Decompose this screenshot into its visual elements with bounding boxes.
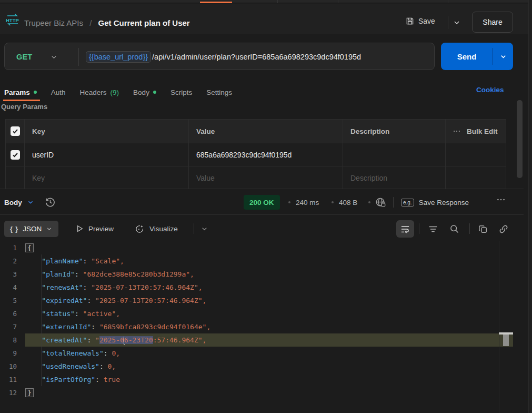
method-label: GET	[16, 53, 32, 61]
query-params-table: Key Value Description Bulk Edit userID 6…	[5, 119, 506, 190]
format-label: JSON	[23, 225, 42, 233]
save-button[interactable]: Save	[405, 16, 435, 26]
tab-body[interactable]: Body	[133, 88, 156, 96]
code-line-content: "renewsAt": "2025-07-13T20:57:46.964Z",	[25, 281, 513, 294]
view-options-chevron[interactable]	[200, 216, 208, 241]
tab-body-label: Body	[133, 88, 149, 96]
param-actions-cell	[446, 143, 506, 166]
method-chevron-icon	[50, 53, 58, 61]
tab-settings[interactable]: Settings	[206, 88, 232, 96]
params-scrollbar-thumb[interactable]	[517, 100, 523, 178]
line-number: 1	[0, 241, 25, 254]
send-button-group: Send	[441, 43, 513, 70]
app-window: HTTP Trupeer Biz APIs / Get Current plan…	[0, 0, 532, 413]
code-line: 6 "status": "active",	[0, 307, 513, 320]
meta-separator-dot	[368, 201, 370, 203]
search-button[interactable]	[445, 220, 463, 238]
code-line-content: "planName": "Scale",	[25, 254, 513, 268]
tab-params[interactable]: Params	[4, 88, 37, 96]
search-icon	[449, 223, 460, 234]
breadcrumb: Trupeer Biz APIs / Get Current plan of U…	[24, 18, 190, 27]
wrap-text-icon	[400, 224, 410, 234]
wrap-text-button[interactable]	[396, 220, 414, 238]
copy-icon	[478, 224, 488, 234]
response-view-chevron-icon	[27, 199, 34, 206]
save-response-button[interactable]: e.g. Save Response	[401, 189, 469, 215]
request-header: HTTP Trupeer Biz APIs / Get Current plan…	[0, 4, 532, 34]
param-value-cell[interactable]: 685a6a698293c9dc94f0195d	[189, 143, 343, 166]
bulk-edit-button[interactable]: Bulk Edit	[446, 120, 506, 143]
tab-scripts[interactable]: Scripts	[170, 88, 192, 96]
response-more-options-icon[interactable]	[497, 198, 505, 201]
line-number: 5	[0, 294, 25, 307]
code-line: 9 "totalRenewals": 0,	[0, 347, 513, 360]
method-selector[interactable]: GET	[12, 43, 58, 71]
response-history-icon[interactable]	[44, 196, 56, 208]
url-variable[interactable]: {{base_url_prod}}	[86, 51, 151, 63]
url-divider	[78, 48, 79, 66]
code-line: 10 "usedRenewals": 0,	[0, 360, 513, 373]
code-line-content: "status": "active",	[25, 307, 513, 320]
link-button[interactable]	[495, 220, 513, 238]
code-line-content: "planId": "682dce388e85c280b3d1299a",	[25, 268, 513, 281]
headers-count: (9)	[111, 88, 119, 96]
tab-headers-label: Headers	[80, 88, 107, 96]
save-label: Save	[418, 17, 435, 25]
code-line: 1{	[0, 241, 513, 254]
code-line: 3 "planId": "682dce388e85c280b3d1299a",	[0, 268, 513, 281]
copy-button[interactable]	[474, 220, 492, 238]
link-icon	[498, 224, 509, 234]
line-number: 11	[0, 373, 25, 386]
save-options-chevron[interactable]	[453, 18, 461, 27]
code-lines[interactable]: 1{2 "planName": "Scale",3 "planId": "682…	[0, 241, 513, 399]
more-columns-icon[interactable]	[453, 130, 460, 133]
send-options-chevron[interactable]	[493, 43, 513, 70]
cookies-link[interactable]: Cookies	[476, 86, 504, 94]
tab-strip-divider	[338, 0, 338, 3]
network-globe-icon[interactable]	[375, 189, 387, 215]
bulk-edit-label: Bulk Edit	[467, 127, 498, 135]
new-value-input[interactable]: Value	[189, 166, 343, 189]
new-actions-cell	[446, 166, 506, 189]
filter-button[interactable]	[424, 220, 442, 238]
filter-icon	[427, 223, 439, 235]
format-selector[interactable]: { } JSON	[4, 221, 58, 237]
param-key-cell[interactable]: userID	[25, 143, 189, 166]
url-input[interactable]: {{base_url_prod}} /api/v1/admin/user/pla…	[86, 43, 361, 71]
code-scrollbar-thumb[interactable]	[503, 335, 509, 346]
table-header-row: Key Value Description Bulk Edit	[6, 120, 506, 143]
toolbar-divider	[419, 223, 419, 234]
code-line: 2 "planName": "Scale",	[0, 254, 513, 268]
response-view-selector[interactable]: Body	[4, 189, 34, 215]
braces-icon: { }	[10, 225, 18, 233]
line-number: 6	[0, 307, 25, 320]
window-tab-strip	[0, 0, 532, 3]
response-toolbar: { } JSON Preview Visualize	[0, 216, 524, 241]
select-all-checkbox[interactable]	[11, 126, 20, 136]
share-button[interactable]: Share	[472, 12, 513, 33]
code-line: 12}	[0, 386, 513, 399]
url-bar[interactable]: GET {{base_url_prod}} /api/v1/admin/user…	[4, 43, 435, 70]
new-description-input[interactable]: Description	[343, 166, 446, 189]
collection-name[interactable]: Trupeer Biz APIs	[24, 18, 83, 27]
preview-label: Preview	[88, 225, 114, 233]
line-number: 3	[0, 268, 25, 281]
line-number: 12	[0, 386, 25, 399]
example-icon: e.g.	[401, 199, 414, 206]
response-size: 408 B	[339, 189, 357, 215]
tab-headers[interactable]: Headers (9)	[80, 88, 119, 96]
row-checkbox[interactable]	[11, 150, 20, 160]
preview-button[interactable]: Preview	[75, 216, 114, 241]
param-description-cell[interactable]	[343, 143, 446, 166]
tab-auth[interactable]: Auth	[51, 88, 66, 96]
code-line-content: "isPartOfOrg": true	[25, 373, 513, 386]
line-number: 7	[0, 320, 25, 333]
visualize-button[interactable]: Visualize	[135, 216, 178, 241]
new-key-input[interactable]: Key	[25, 166, 189, 189]
send-button[interactable]: Send	[441, 43, 493, 70]
code-line: 8 "createdAt": "2025-06-23T20:57:46.964Z…	[0, 333, 513, 347]
meta-separator-dot	[288, 201, 290, 203]
code-line-content: "totalRenewals": 0,	[25, 347, 513, 360]
code-line-content: "expiredAt": "2025-07-13T20:57:46.964Z",	[25, 294, 513, 307]
tab-scripts-label: Scripts	[170, 88, 192, 96]
